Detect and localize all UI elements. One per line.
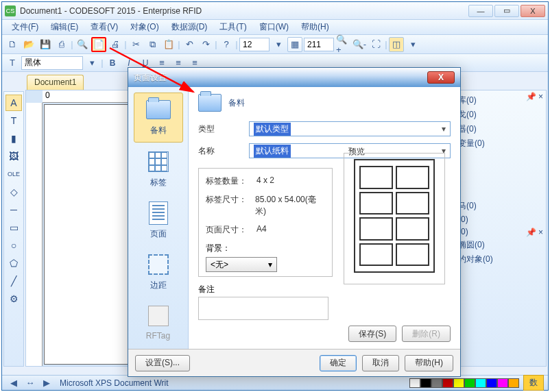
background-select[interactable]: <无> ▾: [206, 257, 277, 272]
circle-tool-icon[interactable]: ○: [5, 237, 22, 254]
panel-item[interactable]: 器(0): [458, 122, 543, 136]
menu-object[interactable]: 对象(O): [125, 20, 164, 34]
cut-icon[interactable]: ✂: [128, 37, 143, 52]
color-swatch[interactable]: [497, 378, 508, 388]
paste-icon[interactable]: 📋: [161, 37, 176, 52]
ole-tool-icon[interactable]: OLE: [5, 166, 22, 182]
zoom-input[interactable]: [304, 38, 334, 51]
tool-palette: A T ▮ 🖼 OLE ◇ ─ ▭ ○ ⬠ ╱ ⚙: [3, 91, 24, 367]
status-badge: 数: [523, 375, 544, 391]
save-icon[interactable]: 💾: [38, 37, 53, 52]
page-setup-button[interactable]: 📄: [91, 37, 106, 52]
text-tool-icon[interactable]: T: [5, 112, 22, 129]
font-size-input[interactable]: [239, 38, 270, 51]
color-swatch[interactable]: [409, 378, 420, 388]
panel-item[interactable]: 椭圆(0): [458, 238, 543, 252]
panel-item[interactable]: (0): [458, 213, 543, 225]
help-button[interactable]: 帮助(H): [405, 355, 453, 371]
panel-item[interactable]: 马(0): [458, 199, 543, 213]
zoom-in-icon[interactable]: 🔍+: [335, 37, 350, 52]
diag-tool-icon[interactable]: ╱: [5, 273, 22, 289]
pin-icon[interactable]: 📌 ×: [526, 92, 543, 101]
color-swatch[interactable]: [486, 378, 497, 388]
rect-tool-icon[interactable]: ▭: [5, 219, 22, 236]
select-tool-icon[interactable]: A: [5, 95, 22, 111]
preview-box: [344, 153, 445, 284]
font-dropdown-icon[interactable]: ▾: [84, 56, 99, 71]
status-printer: Microsoft XPS Document Writ: [60, 378, 168, 388]
shape-tool-icon[interactable]: ◇: [5, 184, 22, 200]
open-icon[interactable]: 📂: [21, 37, 36, 52]
type-select[interactable]: 默认类型 ▾: [249, 121, 451, 136]
undo-icon[interactable]: ↶: [182, 37, 197, 52]
document-tab[interactable]: Document1: [27, 75, 84, 90]
cancel-button[interactable]: 取消: [362, 355, 399, 371]
panel-item[interactable]: 变量(0): [458, 136, 543, 151]
page-icon: [149, 201, 168, 225]
dialog-close-button[interactable]: X: [427, 71, 455, 84]
color-swatch[interactable]: [508, 378, 519, 388]
label-canvas[interactable]: [44, 104, 140, 365]
menu-file[interactable]: 文件(F): [6, 20, 44, 34]
line-tool-icon[interactable]: ─: [5, 201, 22, 218]
status-icon[interactable]: ↔: [23, 376, 38, 391]
nav-page[interactable]: 页面: [134, 197, 183, 245]
color-swatch[interactable]: [464, 378, 475, 388]
barcode-tool-icon[interactable]: ▮: [5, 130, 22, 147]
menu-view[interactable]: 查看(V): [85, 20, 123, 34]
status-icon[interactable]: ◀: [6, 376, 21, 391]
copy-icon[interactable]: ⧉: [145, 37, 160, 52]
chevron-down-icon: ▾: [268, 260, 272, 269]
font-name-input[interactable]: [21, 56, 83, 70]
menu-window[interactable]: 窗口(W): [254, 20, 294, 34]
close-button[interactable]: X: [521, 5, 545, 17]
rfid-icon: [148, 306, 169, 326]
text-format-icon[interactable]: T: [5, 56, 20, 71]
label-count-value: 4 x 2: [256, 175, 274, 187]
grid-icon: [148, 151, 169, 172]
nav-rftag[interactable]: RFTag: [134, 299, 183, 346]
menu-datasource[interactable]: 数据源(D): [166, 20, 213, 34]
bold-icon[interactable]: B: [105, 56, 120, 71]
plugin-tool-icon[interactable]: ⚙: [5, 291, 22, 307]
dialog-footer: 设置(S)... 确定 取消 帮助(H): [128, 349, 460, 376]
dropdown-icon[interactable]: ▾: [271, 37, 286, 52]
color-swatch[interactable]: [420, 378, 431, 388]
new-icon[interactable]: 🗋: [5, 37, 20, 52]
nav-stock[interactable]: 备料: [134, 93, 183, 143]
print-icon[interactable]: 🖨: [108, 37, 123, 52]
menu-edit[interactable]: 编辑(E): [45, 20, 84, 34]
panel-item[interactable]: 戈(0): [458, 108, 543, 122]
name-label: 名称: [198, 145, 249, 157]
saveall-icon[interactable]: ⎙: [54, 37, 69, 52]
titlebar: CS Document1 - CODESOFT 2015 - Enterpris…: [2, 2, 548, 20]
pin-icon[interactable]: 📌 ×: [526, 228, 543, 237]
zoom-out-icon[interactable]: 🔍-: [352, 37, 367, 52]
poly-tool-icon[interactable]: ⬠: [5, 255, 22, 271]
status-icon[interactable]: ▶: [39, 376, 54, 391]
type-label: 类型: [198, 123, 249, 135]
color-swatch[interactable]: [431, 378, 442, 388]
remark-input[interactable]: [198, 297, 328, 320]
color-swatch[interactable]: [442, 378, 453, 388]
minimize-button[interactable]: —: [468, 5, 493, 17]
zoom-fit-icon[interactable]: ⛶: [368, 37, 383, 52]
panel-item[interactable]: 约对象(0): [458, 252, 543, 267]
image-tool-icon[interactable]: 🖼: [5, 148, 22, 164]
dropdown2-icon[interactable]: ▾: [405, 37, 420, 52]
save-stock-button[interactable]: 保存(S): [348, 326, 396, 342]
settings-button[interactable]: 设置(S)...: [135, 355, 190, 371]
menu-help[interactable]: 帮助(H): [296, 20, 335, 34]
redo-icon[interactable]: ↷: [198, 37, 213, 52]
help-icon[interactable]: ?: [219, 37, 234, 52]
maximize-button[interactable]: ▭: [494, 5, 519, 17]
palette-icon[interactable]: ◫: [389, 37, 404, 52]
menu-tool[interactable]: 工具(T): [214, 20, 252, 34]
ok-button[interactable]: 确定: [320, 355, 357, 371]
color-swatch[interactable]: [453, 378, 464, 388]
nav-label[interactable]: 标签: [134, 145, 183, 194]
nav-margin[interactable]: 边距: [134, 248, 183, 297]
grid-toggle-icon[interactable]: ▦: [287, 37, 302, 52]
print-preview-icon[interactable]: 🔍: [75, 37, 90, 52]
color-swatch[interactable]: [475, 378, 486, 388]
